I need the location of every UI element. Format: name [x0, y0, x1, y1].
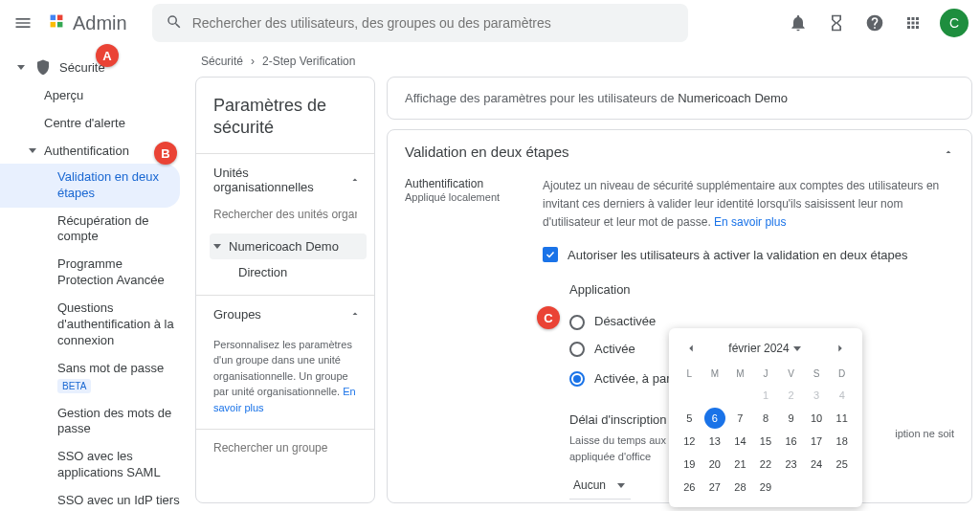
day-cell[interactable]: 29 [753, 477, 779, 498]
chevron-up-icon [943, 146, 954, 158]
shield-icon [34, 58, 52, 76]
learn-more-link[interactable]: En savoir plus [714, 215, 786, 229]
app-title: Admin [73, 12, 127, 34]
day-cell[interactable]: 10 [804, 408, 830, 429]
radio-selected-icon [569, 371, 585, 387]
day-cell[interactable]: 16 [778, 431, 804, 452]
ou-search-input[interactable] [213, 204, 357, 226]
enrollment-desc: Laisse du temps aux noappliquée d'office [569, 433, 684, 466]
auth-scope: Authentification Appliqué localement [405, 177, 529, 503]
menu-icon[interactable] [11, 11, 34, 34]
hourglass-icon[interactable] [825, 11, 848, 34]
allow-2sv-checkbox[interactable]: Autoriser les utilisateurs à activer la … [543, 246, 954, 266]
nav-password-mgmt[interactable]: Gestion des mots de passe [0, 400, 188, 444]
chevron-down-icon [793, 346, 801, 351]
search-bar[interactable] [152, 4, 688, 42]
chevron-down-icon [617, 483, 625, 488]
chevron-up-icon [349, 174, 361, 186]
callout-a: A [96, 44, 119, 67]
day-cell[interactable]: 6 [704, 408, 725, 429]
day-cell[interactable]: 25 [829, 454, 855, 475]
breadcrumb-item[interactable]: Sécurité [201, 55, 243, 68]
nav-overview[interactable]: Aperçu [0, 82, 188, 110]
ou-section-header[interactable]: Unités organisationnelles [196, 154, 374, 204]
day-cell[interactable]: 4 [829, 385, 855, 406]
day-cell[interactable]: 5 [677, 408, 702, 429]
nav-adv-protection[interactable]: Programme Protection Avancée [0, 251, 188, 295]
nav-two-step[interactable]: Validation en deux étapes [0, 164, 180, 208]
day-cell[interactable]: 2 [778, 385, 804, 406]
day-cell[interactable]: 24 [804, 454, 830, 475]
day-cell[interactable]: 1 [753, 385, 779, 406]
apps-icon[interactable] [902, 11, 924, 34]
dow-label: M [727, 365, 753, 383]
bell-icon[interactable] [787, 11, 810, 34]
day-cell[interactable]: 9 [778, 408, 804, 429]
dow-label: J [753, 365, 779, 383]
dow-label: D [829, 365, 855, 383]
nav-login-challenges[interactable]: Questions d'authentification à la connex… [0, 295, 188, 355]
date-picker[interactable]: février 2024 LMMJVSD 1234567891011121314… [669, 328, 862, 507]
groups-section-header[interactable]: Groupes [196, 296, 374, 331]
help-icon[interactable] [863, 11, 886, 34]
day-cell[interactable]: 14 [727, 431, 753, 452]
search-input[interactable] [192, 15, 675, 31]
beta-badge: BETA [57, 379, 91, 393]
nav-sso-saml[interactable]: SSO avec les applications SAML [0, 443, 188, 487]
enrollment-title: Délai d'inscription po [569, 411, 684, 431]
enrollment-select[interactable]: Aucun [569, 474, 631, 500]
checkbox-checked-icon [543, 247, 558, 262]
chevron-down-icon [17, 65, 25, 70]
chevron-down-icon [29, 148, 36, 153]
day-cell[interactable]: 7 [727, 408, 753, 429]
day-cell[interactable]: 8 [753, 408, 779, 429]
day-cell[interactable]: 18 [829, 431, 855, 452]
dow-label: V [778, 365, 804, 383]
prev-month-button[interactable] [682, 340, 700, 357]
chevron-down-icon [213, 244, 221, 249]
day-cell[interactable]: 15 [753, 431, 779, 452]
auth-description: Ajoutez un niveau de sécurité supplément… [543, 177, 954, 233]
dow-label: M [702, 365, 728, 383]
day-cell[interactable]: 12 [677, 431, 702, 452]
enforcement-title: Application [569, 280, 954, 300]
day-cell[interactable]: 22 [753, 454, 779, 475]
day-cell[interactable]: 13 [702, 431, 728, 452]
group-search-input[interactable] [213, 433, 357, 462]
next-month-button[interactable] [832, 340, 849, 357]
ou-row-root[interactable]: Numericoach Demo [210, 233, 367, 259]
google-admin-icon [46, 11, 67, 36]
panel-title: Paramètres de sécurité [196, 91, 374, 153]
radio-icon [569, 342, 585, 357]
day-cell[interactable]: 3 [804, 385, 830, 406]
left-nav: Sécurité Aperçu Centre d'alerte Authenti… [0, 46, 188, 511]
day-cell[interactable]: 26 [677, 477, 702, 498]
nav-label: Authentification [44, 144, 129, 158]
nav-account-recovery[interactable]: Récupération de compte [0, 208, 188, 252]
day-cell[interactable]: 19 [677, 454, 702, 475]
accordion-header[interactable]: Validation en deux étapes [388, 130, 971, 173]
day-cell[interactable]: 11 [829, 408, 855, 429]
nav-passwordless[interactable]: Sans mot de passe BETA [0, 355, 188, 400]
breadcrumb-item[interactable]: 2-Step Verification [262, 55, 355, 68]
settings-sidebar: Paramètres de sécurité Unités organisati… [195, 77, 375, 503]
day-cell[interactable]: 27 [702, 477, 728, 498]
groups-help-text: Personnalisez les paramètres d'un groupe… [196, 331, 374, 430]
avatar[interactable]: C [940, 9, 969, 37]
day-cell[interactable]: 21 [727, 454, 753, 475]
dow-label: L [677, 365, 702, 383]
day-cell[interactable]: 23 [778, 454, 804, 475]
nav-security[interactable]: Sécurité [0, 52, 188, 82]
nav-alert-center[interactable]: Centre d'alerte [0, 110, 188, 138]
dow-label: S [804, 365, 830, 383]
ou-row-child[interactable]: Direction [210, 259, 367, 285]
app-logo[interactable]: Admin [46, 11, 127, 36]
day-cell[interactable]: 20 [702, 454, 728, 475]
month-label[interactable]: février 2024 [728, 342, 802, 355]
nav-sso-idp[interactable]: SSO avec un IdP tiers [0, 487, 188, 511]
viewing-banner: Affichage des paramètres pour les utilis… [387, 77, 972, 120]
breadcrumb: Sécurité › 2-Step Verification [188, 46, 980, 77]
day-cell[interactable]: 28 [727, 477, 753, 498]
callout-c: C [537, 306, 560, 329]
day-cell[interactable]: 17 [804, 431, 830, 452]
